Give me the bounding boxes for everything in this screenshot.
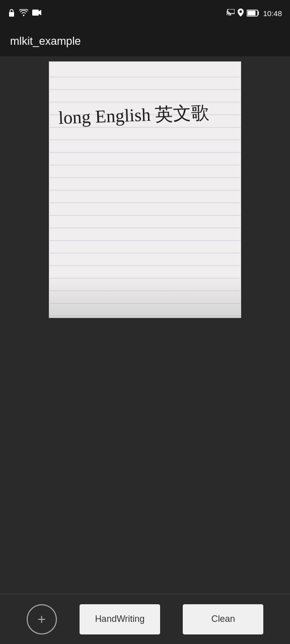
wifi-icon (19, 9, 28, 18)
status-bar-right: 10:48 (227, 9, 282, 18)
plus-icon: + (37, 612, 45, 626)
handwriting-label: HandWriting (95, 614, 145, 624)
app-title: mlkit_example (10, 35, 81, 48)
clean-label: Clean (211, 614, 235, 624)
paper-shadow (49, 277, 241, 317)
lock-icon (8, 9, 15, 18)
svg-rect-1 (32, 10, 39, 16)
status-time: 10:48 (263, 9, 282, 18)
app-bar: mlkit_example (0, 26, 290, 56)
battery-icon (247, 10, 260, 17)
handwriting-button[interactable]: HandWriting (80, 604, 160, 634)
status-bar-left (8, 9, 42, 18)
bottom-bar: + HandWriting Clean (0, 594, 290, 644)
status-bar: 10:48 (0, 0, 290, 26)
paper-container: long English 英文歌 (49, 61, 241, 318)
cast-icon (227, 9, 235, 18)
handwriting-text: long English 英文歌 (58, 101, 210, 130)
svg-rect-0 (9, 12, 14, 17)
video-icon (32, 9, 42, 18)
add-button[interactable]: + (27, 604, 57, 634)
svg-rect-4 (248, 11, 256, 16)
location-icon (238, 9, 244, 18)
clean-button[interactable]: Clean (183, 604, 263, 634)
svg-rect-2 (228, 9, 235, 14)
main-content: long English 英文歌 (0, 56, 290, 594)
